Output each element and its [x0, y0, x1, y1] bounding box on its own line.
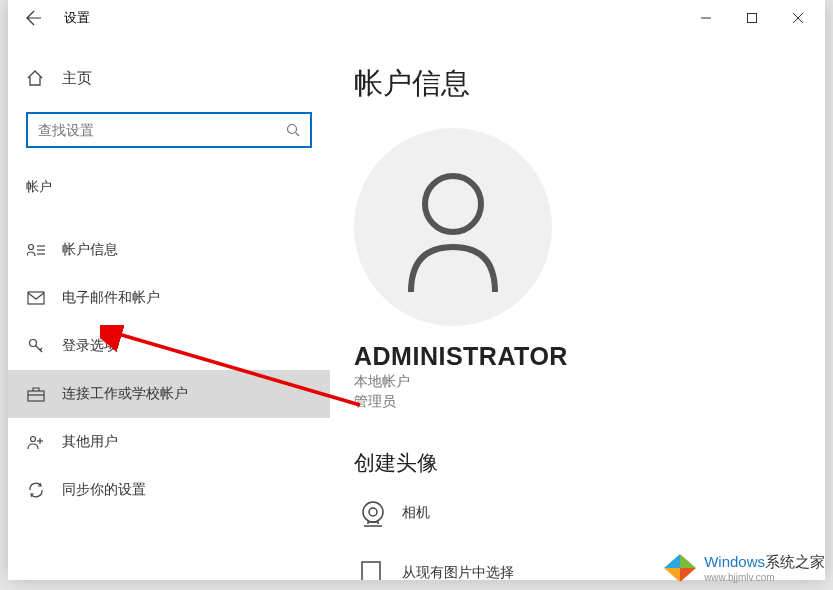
main-panel: 帐户信息 ADMINISTRATOR 本地帐户 管理员 创建头像 — [330, 36, 825, 580]
nav-label: 登录选项 — [62, 337, 118, 355]
nav-account-info[interactable]: 帐户信息 — [8, 226, 330, 274]
people-icon — [26, 434, 46, 450]
minimize-icon — [701, 13, 711, 23]
nav-label: 帐户信息 — [62, 241, 118, 259]
page-heading: 帐户信息 — [354, 64, 801, 104]
svg-point-6 — [29, 245, 34, 250]
option-label: 相机 — [402, 504, 430, 522]
create-avatar-heading: 创建头像 — [354, 449, 801, 477]
search-box[interactable] — [26, 112, 312, 148]
account-info-icon — [26, 243, 46, 257]
nav-sync-settings[interactable]: 同步你的设置 — [8, 466, 330, 514]
svg-point-11 — [30, 340, 37, 347]
close-icon — [793, 13, 803, 23]
svg-line-5 — [296, 133, 300, 137]
watermark-text: Windows系统之家 — [704, 553, 825, 572]
envelope-icon — [26, 291, 46, 305]
nav-email-accounts[interactable]: 电子邮件和帐户 — [8, 274, 330, 322]
settings-window: 设置 — [8, 0, 825, 580]
user-name: ADMINISTRATOR — [354, 342, 801, 371]
nav-label: 其他用户 — [62, 433, 118, 451]
sync-icon — [26, 481, 46, 499]
windows-logo-icon — [662, 550, 698, 586]
person-icon — [393, 162, 513, 292]
svg-rect-10 — [28, 292, 44, 304]
svg-rect-23 — [362, 562, 380, 580]
nav-list: 帐户信息 电子邮件和帐户 — [8, 226, 330, 514]
arrow-left-icon — [26, 10, 42, 26]
nav-work-school[interactable]: 连接工作或学校帐户 — [8, 370, 330, 418]
briefcase-icon — [26, 386, 46, 402]
account-type: 本地帐户 — [354, 373, 801, 391]
svg-point-4 — [288, 125, 297, 134]
content-area: 主页 帐户 — [8, 36, 825, 580]
back-button[interactable] — [12, 0, 56, 36]
svg-line-13 — [40, 348, 42, 350]
nav-label: 电子邮件和帐户 — [62, 289, 160, 307]
nav-other-users[interactable]: 其他用户 — [8, 418, 330, 466]
camera-icon — [354, 497, 392, 529]
svg-point-21 — [369, 508, 377, 516]
minimize-button[interactable] — [683, 2, 729, 34]
picture-icon — [354, 557, 392, 580]
home-label: 主页 — [62, 69, 92, 88]
close-button[interactable] — [775, 2, 821, 34]
svg-rect-14 — [28, 391, 44, 401]
title-bar: 设置 — [8, 0, 825, 36]
window-controls — [683, 2, 821, 34]
avatar — [354, 128, 552, 326]
sidebar: 主页 帐户 — [8, 36, 330, 580]
svg-point-19 — [425, 176, 481, 232]
home-icon — [26, 69, 46, 87]
section-label: 帐户 — [8, 166, 330, 206]
user-role: 管理员 — [354, 393, 801, 411]
search-icon — [286, 123, 300, 137]
svg-point-16 — [31, 437, 36, 442]
nav-signin-options[interactable]: 登录选项 — [8, 322, 330, 370]
watermark-url: www.bjjmlv.com — [704, 572, 825, 583]
maximize-button[interactable] — [729, 2, 775, 34]
watermark: Windows系统之家 www.bjjmlv.com — [662, 550, 825, 586]
option-label: 从现有图片中选择 — [402, 564, 514, 580]
svg-rect-1 — [748, 14, 757, 23]
window-title: 设置 — [64, 9, 90, 27]
home-link[interactable]: 主页 — [8, 56, 330, 100]
camera-option[interactable]: 相机 — [354, 497, 801, 529]
search-input[interactable] — [38, 122, 286, 138]
key-icon — [26, 337, 46, 355]
svg-point-20 — [363, 502, 383, 522]
maximize-icon — [747, 13, 757, 23]
nav-label: 连接工作或学校帐户 — [62, 385, 188, 403]
nav-label: 同步你的设置 — [62, 481, 146, 499]
